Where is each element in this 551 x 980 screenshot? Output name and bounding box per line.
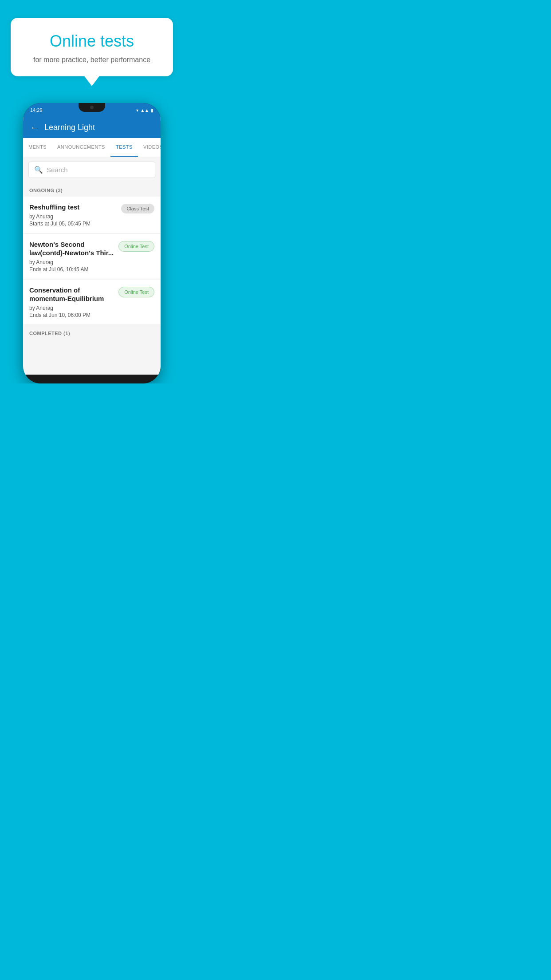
test-name-2: Newton's Second law(contd)-Newton's Thir… — [29, 240, 114, 257]
speech-bubble: Online tests for more practice, better p… — [11, 18, 173, 76]
test-item-1[interactable]: Reshuffling test by Anurag Starts at Jul… — [23, 197, 161, 233]
phone-bottom — [23, 375, 161, 383]
test-item-2[interactable]: Newton's Second law(contd)-Newton's Thir… — [23, 234, 161, 279]
tab-ments[interactable]: MENTS — [23, 138, 52, 157]
test-by-3: by Anurag — [29, 305, 114, 311]
test-info-2: Newton's Second law(contd)-Newton's Thir… — [29, 240, 114, 273]
status-bar: 14:29 ▾ ▲▲ ▮ — [23, 103, 161, 117]
status-time: 14:29 — [30, 107, 43, 113]
search-container: 🔍 Search — [23, 157, 161, 182]
completed-header: COMPLETED (1) — [23, 325, 161, 340]
phone-notch — [79, 103, 105, 112]
test-by-2: by Anurag — [29, 259, 114, 265]
tab-announcements[interactable]: ANNOUNCEMENTS — [52, 138, 110, 157]
tabs-container: MENTS ANNOUNCEMENTS TESTS VIDEOS — [23, 138, 161, 157]
app-header: ← Learning Light — [23, 117, 161, 138]
bubble-subtitle: for more practice, better performance — [23, 56, 161, 64]
status-icons: ▾ ▲▲ ▮ — [136, 108, 153, 113]
phone-screen: ← Learning Light MENTS ANNOUNCEMENTS TES… — [23, 117, 161, 375]
test-by-1: by Anurag — [29, 213, 117, 220]
test-name-1: Reshuffling test — [29, 203, 117, 212]
test-badge-2: Online Test — [118, 241, 154, 252]
content-area: ONGOING (3) Reshuffling test by Anurag S… — [23, 182, 161, 375]
signal-icon: ▲▲ — [140, 108, 149, 113]
test-item-3[interactable]: Conservation of momentum-Equilibrium by … — [23, 280, 161, 325]
test-badge-1: Class Test — [121, 204, 154, 213]
test-date-2: Ends at Jul 06, 10:45 AM — [29, 266, 114, 273]
test-info-3: Conservation of momentum-Equilibrium by … — [29, 286, 114, 318]
search-bar[interactable]: 🔍 Search — [28, 162, 155, 178]
bubble-title: Online tests — [23, 32, 161, 51]
battery-icon: ▮ — [151, 108, 153, 113]
phone-wrapper: 14:29 ▾ ▲▲ ▮ ← Learning Light MENTS ANNO… — [0, 103, 184, 383]
test-info-1: Reshuffling test by Anurag Starts at Jul… — [29, 203, 117, 227]
test-date-3: Ends at Jun 10, 06:00 PM — [29, 312, 114, 318]
camera — [90, 106, 94, 109]
search-input[interactable]: Search — [47, 166, 68, 174]
test-date-1: Starts at Jul 05, 05:45 PM — [29, 221, 117, 227]
tab-tests[interactable]: TESTS — [110, 138, 138, 157]
search-icon: 🔍 — [34, 166, 43, 174]
hero-section: Online tests for more practice, better p… — [0, 0, 184, 76]
tab-videos[interactable]: VIDEOS — [138, 138, 161, 157]
test-name-3: Conservation of momentum-Equilibrium — [29, 286, 114, 303]
ongoing-header: ONGOING (3) — [23, 182, 161, 197]
test-badge-3: Online Test — [118, 287, 154, 297]
back-button[interactable]: ← — [30, 122, 39, 133]
wifi-icon: ▾ — [136, 108, 138, 113]
app-title: Learning Light — [44, 123, 95, 132]
phone-mockup: 14:29 ▾ ▲▲ ▮ ← Learning Light MENTS ANNO… — [23, 103, 161, 383]
